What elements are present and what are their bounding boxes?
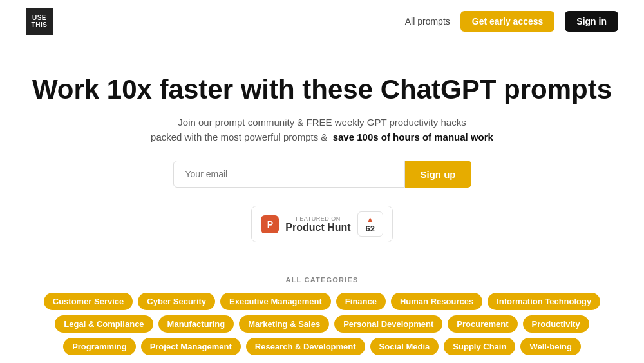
nav-right: All prompts Get early access Sign in [405,11,618,32]
category-tag[interactable]: Cyber Security [138,293,215,310]
category-tag[interactable]: Supply Chain [444,338,515,355]
tags-container: Customer ServiceCyber SecurityExecutive … [26,293,618,355]
hero-subtitle2: packed with the most powerful prompts & … [26,132,618,142]
categories-label: ALL CATEGORIES [26,276,618,284]
categories-section: ALL CATEGORIES Customer ServiceCyber Sec… [0,276,644,363]
hero-headline: Work 10x faster with these ChatGPT promp… [26,74,618,105]
category-tag[interactable]: Research & Development [246,338,365,355]
sign-in-button[interactable]: Sign in [565,11,618,32]
category-tag[interactable]: Productivity [523,315,589,333]
site-logo[interactable]: USE THIS [26,8,53,35]
category-tag[interactable]: Personal Development [334,315,442,333]
category-tag[interactable]: Human Resources [391,293,482,310]
category-tag[interactable]: Executive Management [220,293,331,310]
product-hunt-votes: ▲ 62 [357,211,383,237]
product-hunt-vote-count: 62 [365,224,374,233]
category-tag[interactable]: Programming [63,338,136,355]
email-form: Sign up [26,161,618,188]
product-hunt-featured-label: FEATURED ON [285,215,350,222]
category-tag[interactable]: Legal & Compliance [55,315,153,333]
get-early-access-button[interactable]: Get early access [460,11,555,32]
category-tag[interactable]: Information Technology [488,293,600,310]
product-hunt-badge[interactable]: P FEATURED ON Product Hunt ▲ 62 [251,206,392,242]
category-tag[interactable]: Customer Service [44,293,133,310]
logo-line1: USE [32,14,46,21]
category-tag[interactable]: Procurement [448,315,517,333]
category-tag[interactable]: Manufacturing [158,315,234,333]
product-hunt-name: Product Hunt [285,222,350,233]
all-prompts-link[interactable]: All prompts [405,16,450,26]
category-tag[interactable]: Well-being [520,338,580,355]
category-tag[interactable]: Social Media [370,338,439,355]
hero-section: Work 10x faster with these ChatGPT promp… [0,43,644,276]
hero-subtitle2-plain: packed with the most powerful prompts & [151,132,327,142]
product-hunt-text: FEATURED ON Product Hunt [285,215,350,233]
product-hunt-badge-wrap: P FEATURED ON Product Hunt ▲ 62 [26,206,618,242]
product-hunt-logo: P [261,215,279,233]
category-tag[interactable]: Project Management [141,338,241,355]
sign-up-button[interactable]: Sign up [405,161,471,188]
category-tag[interactable]: Finance [336,293,386,310]
logo-line2: THIS [32,21,48,28]
hero-subtitle2-bold: save 100s of hours of manual work [333,132,493,142]
email-input[interactable] [173,161,405,188]
navbar: USE THIS All prompts Get early access Si… [0,0,644,43]
product-hunt-arrow-icon: ▲ [366,215,374,224]
hero-subtitle: Join our prompt community & FREE weekly … [26,117,618,128]
category-tag[interactable]: Marketing & Sales [239,315,329,333]
